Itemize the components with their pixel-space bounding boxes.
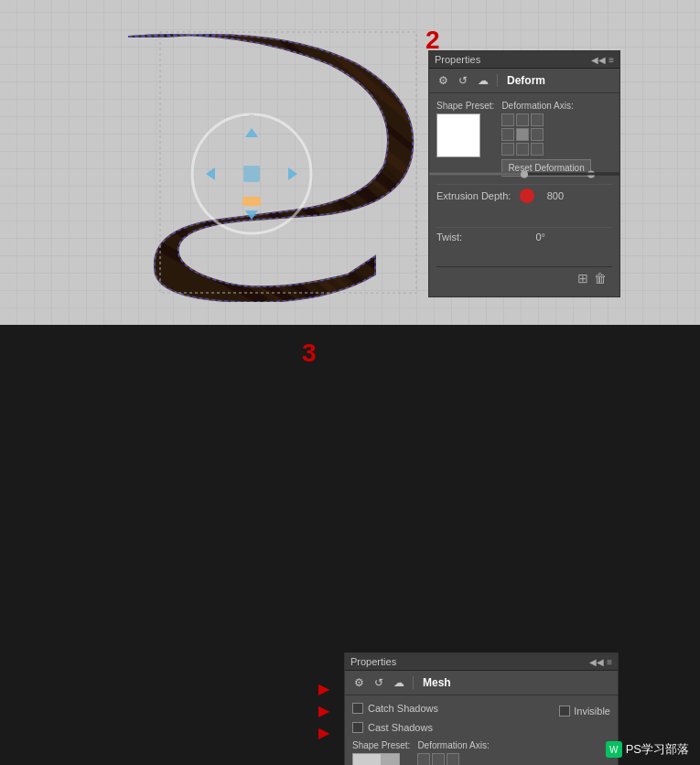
panel-collapse-icon[interactable]: ◀◀ [591, 55, 606, 65]
axis-dot-2[interactable] [516, 113, 529, 126]
axis-dot-3[interactable] [531, 113, 544, 126]
panel-toolbar-bottom: ⚙ ↺ ☁ Mesh [345, 671, 618, 695]
axis-dot-8[interactable] [516, 143, 529, 156]
toolbar-icon-1[interactable]: ⚙ [435, 72, 451, 89]
panel-bottom-icons-top: ⊞ 🗑 [436, 266, 612, 289]
deformation-axis-grid-bottom [417, 753, 506, 765]
panel-content-bottom: Catch Shadows Invisible Cast Shadows Sha… [345, 695, 618, 765]
watermark: W PS学习部落 [606, 741, 689, 758]
deformation-axis-section-bottom: Deformation Axis: Reset Deformation [417, 740, 506, 765]
extrusion-depth-value-top: 800 [538, 190, 564, 201]
catch-shadows-row: Catch Shadows Invisible [352, 703, 610, 718]
deformation-axis-section: Deformation Axis: Reset Deformation [501, 101, 590, 177]
svg-line-22 [293, 18, 421, 128]
axis-dot-6[interactable] [531, 128, 544, 141]
step-label-3: 3 [302, 339, 317, 368]
axis-dot-7[interactable] [501, 143, 514, 156]
svg-line-20 [256, 18, 421, 156]
svg-line-14 [146, 18, 421, 238]
watermark-text: PS学习部落 [626, 741, 689, 758]
svg-marker-32 [249, 114, 254, 121]
red-arrow-2: ▶ [318, 704, 329, 718]
catch-shadows-label: Catch Shadows [368, 703, 438, 714]
cast-shadows-checkbox[interactable] [352, 722, 363, 733]
extrusion-depth-label-top: Extrusion Depth: [436, 190, 514, 201]
red-arrow-3: ▶ [318, 726, 329, 740]
panel-icons-right: ◀◀ ≡ [591, 55, 614, 65]
panel-title-top: Properties [435, 54, 480, 65]
svg-marker-28 [206, 167, 215, 180]
bottom-section: 3 ▶ ▶ ▶ Properties ◀◀ ≡ ⚙ ↺ ☁ Mesh [0, 325, 700, 765]
panel-content-top: Shape Preset: Deformation Axis: [429, 93, 619, 296]
red-arrow-1: ▶ [318, 682, 329, 696]
svg-rect-31 [160, 32, 416, 293]
svg-line-13 [110, 18, 421, 265]
twist-slider-container [436, 250, 612, 263]
shape-preset-box-bottom[interactable] [352, 753, 400, 765]
shape-preset-label-bottom: Shape Preset: [352, 740, 410, 750]
shape-preset-box-top[interactable] [436, 113, 480, 157]
catch-shadows-checkbox[interactable] [352, 703, 363, 714]
svg-rect-33 [242, 197, 261, 206]
shape-preset-label-top: Shape Preset: [436, 101, 494, 111]
toolbar-icon-b2[interactable]: ↺ [371, 674, 387, 691]
axis-dot-b2[interactable] [432, 753, 445, 765]
axis-dot-1[interactable] [501, 113, 514, 126]
invisible-checkbox[interactable] [559, 706, 570, 717]
panel-titlebar-top: Properties ◀◀ ≡ [429, 51, 619, 69]
properties-panel-bottom: Properties ◀◀ ≡ ⚙ ↺ ☁ Mesh Catch Shadows [344, 652, 619, 765]
section-title-bottom: Mesh [423, 676, 451, 689]
toolbar-separator-bottom [413, 676, 414, 689]
twist-slider-fill [429, 173, 524, 176]
panel-bottom-icon-2[interactable]: 🗑 [594, 271, 607, 286]
panel-bottom-icon-1[interactable]: ⊞ [577, 271, 588, 286]
panel-menu-icon-bottom[interactable]: ≡ [607, 657, 612, 667]
panel-toolbar-top: ⚙ ↺ ☁ Deform [429, 69, 619, 93]
toolbar-separator [497, 74, 498, 87]
axis-dot-b3[interactable] [447, 753, 459, 765]
twist-slider-thumb[interactable] [521, 170, 528, 178]
extrusion-depth-row-top: Extrusion Depth: 800 [436, 189, 612, 203]
svg-marker-26 [245, 128, 258, 137]
panel-title-bottom: Properties [350, 656, 396, 667]
panel-titlebar-bottom: Properties ◀◀ ≡ [345, 653, 618, 671]
deformation-axis-label-top: Deformation Axis: [501, 101, 590, 111]
panel-collapse-icon-bottom[interactable]: ◀◀ [589, 657, 604, 667]
invisible-label: Invisible [574, 706, 610, 717]
canvas-area: 2 Properties ◀◀ ≡ ⚙ ↺ ☁ Deform Shape Pre… [0, 0, 700, 325]
axis-dot-5[interactable] [516, 128, 529, 141]
toolbar-icon-2[interactable]: ↺ [455, 72, 471, 89]
axis-dot-9[interactable] [531, 143, 544, 156]
twist-label: Twist: [436, 232, 514, 242]
axis-dot-4[interactable] [501, 128, 514, 141]
axis-dot-b1[interactable] [417, 753, 430, 765]
panel-divider-1 [436, 184, 612, 185]
section-title-top: Deform [507, 74, 545, 87]
panel-icons-right-bottom: ◀◀ ≡ [589, 657, 612, 667]
extrusion-red-dot [520, 189, 534, 203]
cast-shadows-label: Cast Shadows [368, 722, 433, 733]
invisible-box: Invisible [559, 703, 610, 718]
twist-slider-track[interactable] [429, 173, 619, 176]
svg-line-15 [73, 55, 384, 302]
deformation-axis-grid-top [501, 113, 590, 156]
twist-value: 0° [520, 232, 545, 242]
panel-divider-2 [436, 227, 612, 228]
twist-row: Twist: 0° [436, 232, 612, 242]
catch-shadows-checkbox-row: Catch Shadows [352, 703, 438, 714]
svg-rect-30 [243, 166, 260, 182]
toolbar-icon-b3[interactable]: ☁ [391, 674, 407, 691]
extrusion-slider-container-top [436, 210, 612, 223]
shape-preset-section-bottom: Shape Preset: [352, 740, 410, 765]
shape-preset-section: Shape Preset: [436, 101, 494, 157]
wechat-icon: W [606, 741, 622, 758]
cast-shadows-checkbox-row: Cast Shadows [352, 722, 610, 733]
deformation-axis-label-bottom: Deformation Axis: [417, 740, 506, 750]
properties-panel-top: Properties ◀◀ ≡ ⚙ ↺ ☁ Deform Shape Prese… [428, 50, 620, 297]
red-arrows-group: ▶ ▶ ▶ [318, 682, 329, 740]
svg-marker-29 [288, 167, 297, 180]
toolbar-icon-b1[interactable]: ⚙ [350, 674, 367, 691]
toolbar-icon-3[interactable]: ☁ [475, 72, 491, 89]
panel-menu-icon[interactable]: ≡ [608, 55, 614, 65]
s-letter-canvas [73, 18, 421, 302]
